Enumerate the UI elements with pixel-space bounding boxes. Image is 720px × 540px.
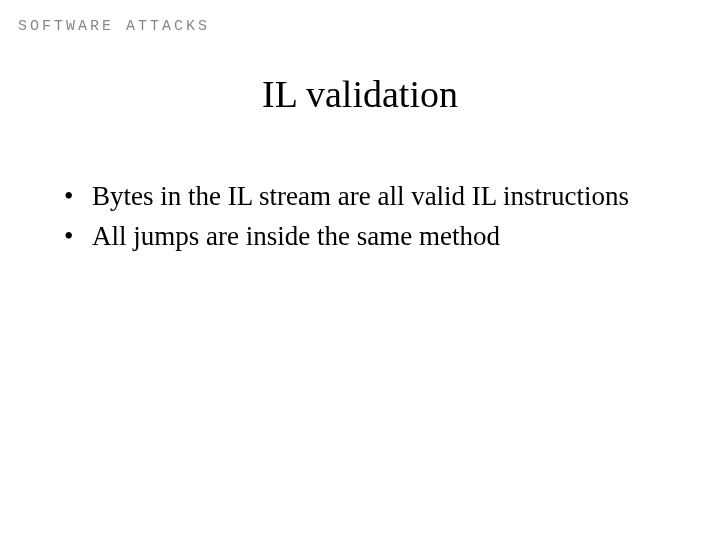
bullet-list: Bytes in the IL stream are all valid IL …	[58, 178, 662, 255]
header-category-label: Software attacks	[18, 18, 210, 35]
slide-title: IL validation	[0, 72, 720, 116]
bullet-item: Bytes in the IL stream are all valid IL …	[58, 178, 662, 214]
bullet-item: All jumps are inside the same method	[58, 218, 662, 254]
slide-content: Bytes in the IL stream are all valid IL …	[58, 178, 662, 259]
